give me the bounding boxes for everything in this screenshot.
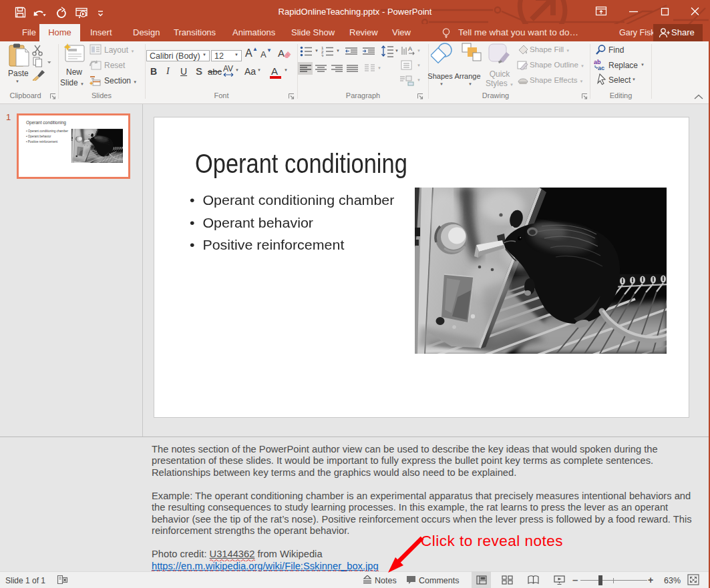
svg-text:3: 3 [321, 54, 324, 57]
svg-text:A: A [408, 45, 412, 52]
svg-text:ac: ac [598, 65, 604, 71]
